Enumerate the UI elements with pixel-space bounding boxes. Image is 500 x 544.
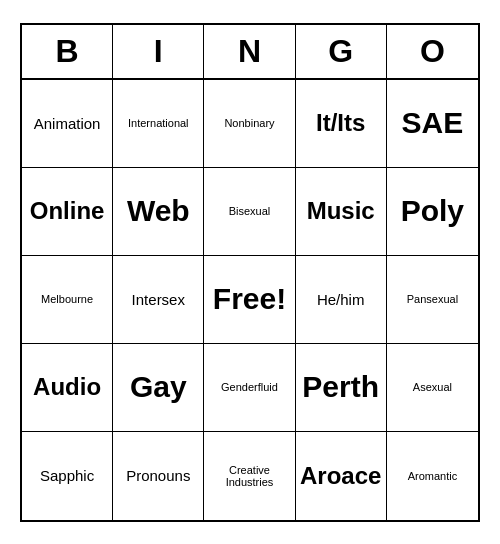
- bingo-cell-3: It/Its: [296, 80, 387, 168]
- bingo-cell-0: Animation: [22, 80, 113, 168]
- bingo-cell-6: Web: [113, 168, 204, 256]
- bingo-grid: AnimationInternationalNonbinaryIt/ItsSAE…: [22, 80, 478, 520]
- bingo-cell-1: International: [113, 80, 204, 168]
- bingo-cell-21: Pronouns: [113, 432, 204, 520]
- bingo-cell-20: Sapphic: [22, 432, 113, 520]
- bingo-cell-2: Nonbinary: [204, 80, 295, 168]
- header-letter: B: [22, 25, 113, 78]
- bingo-cell-17: Genderfluid: [204, 344, 295, 432]
- bingo-cell-14: Pansexual: [387, 256, 478, 344]
- bingo-cell-24: Aromantic: [387, 432, 478, 520]
- bingo-cell-23: Aroace: [296, 432, 387, 520]
- bingo-cell-5: Online: [22, 168, 113, 256]
- bingo-cell-11: Intersex: [113, 256, 204, 344]
- bingo-cell-13: He/him: [296, 256, 387, 344]
- bingo-cell-12: Free!: [204, 256, 295, 344]
- header-letter: N: [204, 25, 295, 78]
- bingo-cell-19: Asexual: [387, 344, 478, 432]
- header-letter: I: [113, 25, 204, 78]
- bingo-card: BINGO AnimationInternationalNonbinaryIt/…: [20, 23, 480, 522]
- bingo-cell-4: SAE: [387, 80, 478, 168]
- bingo-cell-8: Music: [296, 168, 387, 256]
- bingo-cell-15: Audio: [22, 344, 113, 432]
- bingo-cell-22: Creative Industries: [204, 432, 295, 520]
- bingo-cell-7: Bisexual: [204, 168, 295, 256]
- bingo-cell-18: Perth: [296, 344, 387, 432]
- bingo-cell-16: Gay: [113, 344, 204, 432]
- header-letter: G: [296, 25, 387, 78]
- bingo-cell-9: Poly: [387, 168, 478, 256]
- bingo-cell-10: Melbourne: [22, 256, 113, 344]
- bingo-header: BINGO: [22, 25, 478, 80]
- header-letter: O: [387, 25, 478, 78]
